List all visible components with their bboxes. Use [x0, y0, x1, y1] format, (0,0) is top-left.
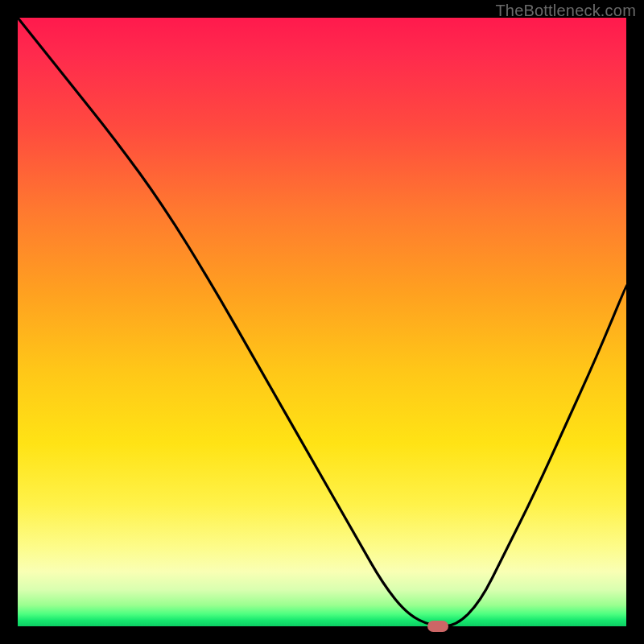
optimal-point-marker: [427, 621, 448, 632]
plot-area: [18, 18, 626, 626]
watermark-text: TheBottleneck.com: [495, 2, 636, 20]
chart-frame: TheBottleneck.com: [0, 0, 644, 644]
bottleneck-curve: [18, 18, 626, 626]
